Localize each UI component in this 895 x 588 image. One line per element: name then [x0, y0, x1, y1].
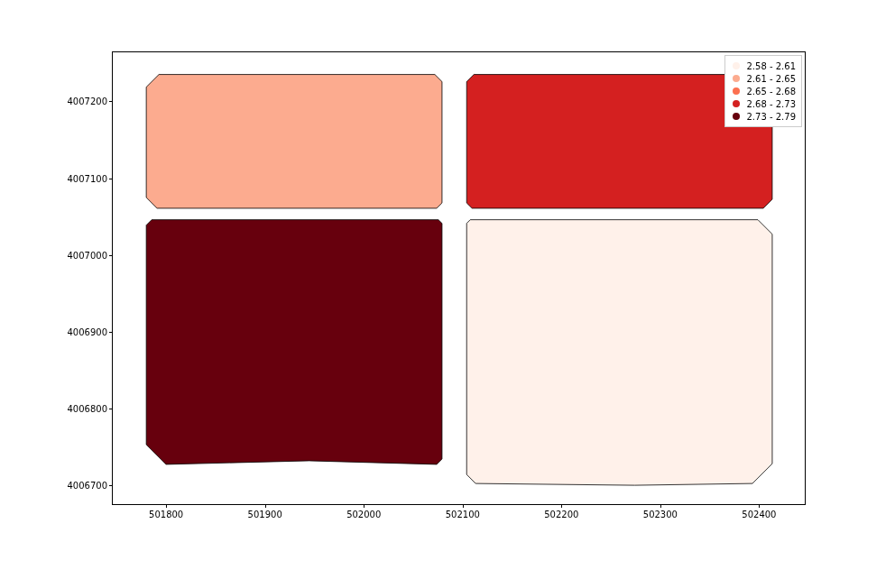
y-tick	[109, 485, 113, 486]
y-tick	[109, 179, 113, 179]
y-tick-label: 4006900	[67, 326, 107, 336]
x-tick	[265, 504, 266, 508]
figure: 5018005019005020005021005022005023005024…	[0, 0, 895, 588]
legend-entry: 2.65 - 2.68	[729, 85, 797, 97]
y-tick-label: 4007100	[67, 173, 107, 183]
legend-label: 2.68 - 2.73	[747, 99, 797, 109]
y-tick-label: 4006800	[67, 403, 107, 413]
polygon-bottom-left	[146, 220, 442, 464]
choropleth-layer	[113, 52, 805, 504]
x-tick-label: 502100	[446, 510, 480, 519]
x-tick-label: 502000	[346, 510, 381, 519]
polygon-bottom-right	[466, 220, 772, 485]
x-tick-label: 501800	[149, 510, 183, 519]
legend-entry: 2.73 - 2.79	[729, 110, 797, 123]
x-tick	[364, 504, 364, 508]
legend-label: 2.61 - 2.65	[747, 74, 797, 84]
x-tick	[561, 504, 562, 508]
legend-label: 2.58 - 2.61	[747, 61, 797, 71]
x-tick	[660, 504, 661, 508]
y-tick	[109, 332, 113, 333]
legend-label: 2.73 - 2.79	[747, 112, 797, 122]
y-tick	[109, 101, 113, 102]
legend: 2.58 - 2.612.61 - 2.652.65 - 2.682.68 - …	[724, 55, 803, 127]
y-tick	[109, 409, 113, 409]
y-tick-label: 4006700	[67, 481, 107, 491]
x-tick-label: 501900	[248, 510, 282, 519]
legend-entry: 2.68 - 2.73	[729, 97, 797, 110]
x-tick-label: 502200	[544, 510, 578, 519]
x-tick-label: 502300	[643, 510, 678, 519]
legend-marker	[729, 62, 743, 69]
legend-marker	[729, 75, 743, 82]
legend-marker	[729, 100, 743, 107]
legend-entry: 2.58 - 2.61	[729, 60, 797, 72]
x-tick	[759, 504, 760, 508]
y-tick-label: 4007200	[67, 96, 107, 106]
legend-label: 2.65 - 2.68	[747, 87, 797, 96]
polygon-top-left	[146, 75, 442, 208]
legend-marker	[729, 87, 743, 95]
legend-marker	[729, 113, 743, 120]
x-tick	[166, 504, 167, 508]
y-tick	[109, 255, 113, 256]
x-tick-label: 502400	[742, 510, 776, 519]
legend-entry: 2.61 - 2.65	[729, 72, 797, 85]
plot-axes: 5018005019005020005021005022005023005024…	[112, 51, 806, 505]
x-tick	[463, 504, 464, 508]
y-tick-label: 4007000	[67, 250, 107, 260]
